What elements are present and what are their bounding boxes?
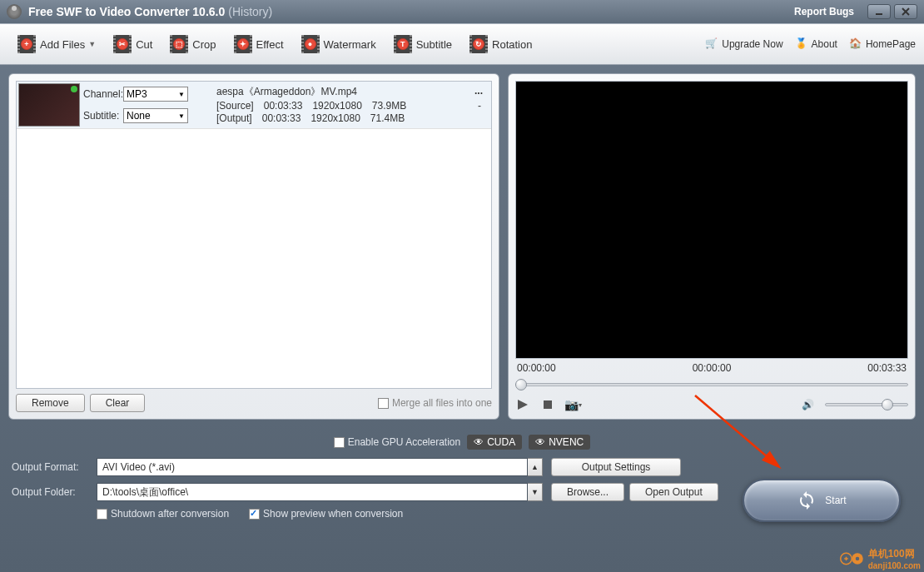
- gpu-checkbox[interactable]: Enable GPU Acceleration: [334, 436, 460, 448]
- subtitle-label: Subtitle:: [83, 110, 123, 122]
- cut-button[interactable]: ✂ Cut: [104, 31, 161, 57]
- watermark-button[interactable]: ● Watermark: [292, 31, 385, 57]
- output-format-label: Output Format:: [12, 461, 88, 473]
- chevron-down-icon: ▼: [178, 91, 185, 98]
- start-button[interactable]: Start: [743, 479, 901, 522]
- svg-point-11: [855, 557, 859, 561]
- svg-rect-0: [876, 13, 882, 15]
- time-start: 00:00:00: [517, 362, 556, 374]
- volume-slider[interactable]: [825, 399, 908, 410]
- source-label: [Source]: [216, 100, 254, 112]
- subtitle-select[interactable]: None▼: [123, 108, 188, 123]
- volume-icon[interactable]: 🔊: [800, 397, 815, 412]
- output-folder-label: Output Folder:: [12, 486, 88, 498]
- subtitle-button[interactable]: T Subtitle: [385, 31, 460, 57]
- time-end: 00:03:33: [867, 362, 907, 374]
- clear-button[interactable]: Clear: [90, 394, 146, 412]
- time-current: 00:00:00: [693, 362, 732, 374]
- dropdown-icon: ▼: [88, 40, 96, 48]
- source-dash: -: [478, 100, 489, 112]
- stop-button[interactable]: [540, 397, 555, 412]
- effect-button[interactable]: ✦ Effect: [225, 31, 292, 57]
- add-files-button[interactable]: + Add Files▼: [8, 31, 104, 57]
- minimize-button[interactable]: [867, 4, 891, 19]
- output-folder-field[interactable]: D:\tools\桌面\office\: [97, 483, 528, 501]
- svg-rect-4: [544, 400, 552, 409]
- show-preview-checkbox[interactable]: Show preview when conversion: [249, 508, 403, 520]
- close-button[interactable]: [894, 4, 917, 19]
- channel-select[interactable]: MP3▼: [123, 87, 188, 102]
- play-button[interactable]: [515, 397, 530, 412]
- about-icon: 🏅: [795, 37, 808, 51]
- output-duration: 00:03:33: [262, 112, 301, 124]
- video-preview: [515, 81, 908, 359]
- remove-button[interactable]: Remove: [16, 394, 85, 412]
- about-link[interactable]: 🏅About: [795, 37, 837, 51]
- browse-button[interactable]: Browse...: [551, 483, 624, 501]
- seek-slider[interactable]: [515, 379, 908, 390]
- folder-dropdown-button[interactable]: ▼: [528, 483, 543, 501]
- file-list: Channel: MP3▼ Subtitle: None▼ aespa《Arma…: [16, 81, 492, 389]
- app-title-history[interactable]: (History): [228, 5, 272, 18]
- channel-label: Channel:: [83, 88, 123, 100]
- merge-checkbox[interactable]: Merge all files into one: [378, 397, 492, 409]
- file-thumbnail: [18, 83, 80, 127]
- format-dropdown-button[interactable]: ▲: [528, 458, 543, 476]
- app-title: Free SWF to Video Converter 10.6.0: [28, 5, 225, 18]
- file-more-button[interactable]: ...: [468, 85, 489, 99]
- source-resolution: 1920x1080: [312, 100, 361, 112]
- refresh-icon: [797, 490, 817, 510]
- homepage-link[interactable]: 🏠HomePage: [849, 37, 916, 51]
- upgrade-link[interactable]: 🛒Upgrade Now: [705, 37, 782, 51]
- app-logo-icon: [7, 4, 22, 19]
- svg-marker-3: [518, 400, 528, 410]
- output-settings-button[interactable]: Output Settings: [551, 458, 681, 476]
- output-format-field[interactable]: AVI Video (*.avi): [97, 458, 528, 476]
- chevron-down-icon: ▼: [178, 112, 185, 120]
- output-resolution: 1920x1080: [310, 112, 360, 124]
- snapshot-button[interactable]: 📷▾: [565, 397, 580, 412]
- source-size: 73.9MB: [372, 100, 406, 112]
- file-row[interactable]: Channel: MP3▼ Subtitle: None▼ aespa《Arma…: [17, 82, 491, 129]
- preview-panel: 00:00:00 00:00:00 00:03:33 📷▾ 🔊: [508, 73, 916, 420]
- rotation-button[interactable]: ↻ Rotation: [460, 31, 540, 57]
- file-list-panel: Channel: MP3▼ Subtitle: None▼ aespa《Arma…: [8, 73, 499, 420]
- site-watermark: 单机100网danji100.com: [840, 547, 921, 570]
- home-icon: 🏠: [849, 37, 862, 51]
- output-size: 71.4MB: [370, 112, 405, 124]
- source-duration: 00:03:33: [264, 100, 303, 112]
- crop-button[interactable]: ⬚ Crop: [161, 31, 224, 57]
- title-bar: Free SWF to Video Converter 10.6.0 (Hist…: [0, 0, 924, 23]
- output-label: [Output]: [216, 112, 252, 124]
- nvenc-badge: 👁NVENC: [529, 435, 590, 450]
- shutdown-checkbox[interactable]: Shutdown after conversion: [97, 508, 229, 520]
- cuda-badge: 👁CUDA: [467, 435, 522, 450]
- upgrade-icon: 🛒: [705, 37, 718, 51]
- main-toolbar: + Add Files▼ ✂ Cut ⬚ Crop ✦ Effect ● Wat…: [0, 23, 924, 65]
- file-name: aespa《Armageddon》MV.mp4: [216, 85, 458, 99]
- open-output-button[interactable]: Open Output: [629, 483, 718, 501]
- report-bugs-link[interactable]: Report Bugs: [794, 6, 854, 17]
